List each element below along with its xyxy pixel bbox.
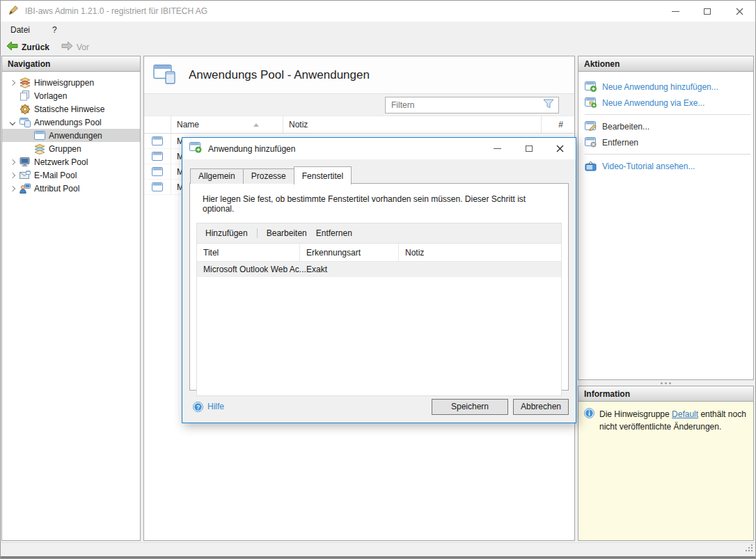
tab-fenstertitel[interactable]: Fenstertitel	[294, 166, 352, 184]
dialog-tabs: Allgemein Prozesse Fenstertitel	[182, 166, 576, 184]
nav-item-anwendungen[interactable]: Anwendungen	[2, 129, 140, 142]
tab-page-fenstertitel: Hier legen Sie fest, ob bestimmte Fenste…	[189, 183, 569, 391]
content-header: Anwendungs Pool - Anwendungen	[144, 56, 574, 93]
tab-allgemein[interactable]: Allgemein	[190, 168, 244, 184]
action-video-tutorial[interactable]: Video-Tutorial ansehen...	[578, 158, 753, 174]
titlebar: IBI-aws Admin 1.21.0 - registriert für I…	[1, 1, 755, 22]
nav-item-vorlagen[interactable]: Vorlagen	[2, 89, 140, 102]
listview-empty-area	[197, 277, 561, 395]
dialog-minimize-button[interactable]	[482, 138, 513, 159]
help-link[interactable]: ? Hilfe	[193, 402, 224, 412]
filter-input[interactable]	[391, 100, 543, 110]
window-titles-listview: Hinzufügen Bearbeiten Entfernen Titel Er…	[196, 223, 562, 396]
documents-icon	[19, 90, 31, 101]
expander[interactable]	[6, 187, 19, 191]
forward-button[interactable]: Vor	[77, 42, 89, 52]
maximize-icon	[704, 8, 711, 15]
expander[interactable]	[6, 173, 19, 178]
chevron-right-icon	[10, 185, 15, 191]
new-application-exe-icon	[585, 97, 597, 108]
information-body: Die Hinweisgruppe Default enthält noch n…	[578, 402, 753, 540]
sort-ascending-icon	[253, 123, 259, 127]
status-bar	[1, 542, 755, 556]
window-icon	[33, 131, 45, 140]
add-title-button[interactable]: Hinzufügen	[205, 228, 248, 238]
column-erkennungsart[interactable]: Erkennungsart	[300, 244, 399, 261]
action-new-application[interactable]: Neue Anwendung hinzufügen...	[578, 79, 753, 95]
close-button[interactable]	[723, 1, 755, 22]
resize-grip-icon[interactable]	[745, 544, 753, 554]
save-button[interactable]: Speichern	[432, 399, 508, 415]
dialog-description: Hier legen Sie fest, ob bestimmte Fenste…	[203, 194, 556, 214]
windows-stack-icon	[19, 118, 31, 127]
filter-funnel-icon[interactable]	[543, 99, 554, 111]
dialog-titlebar: Anwendung hinzufügen	[182, 138, 576, 159]
action-edit[interactable]: Bearbeiten...	[578, 118, 753, 134]
action-remove[interactable]: Entfernen	[578, 134, 753, 150]
edit-title-button[interactable]: Bearbeiten	[267, 228, 307, 238]
information-text: Die Hinweisgruppe Default enthält noch n…	[599, 408, 748, 433]
maximize-icon	[526, 145, 533, 152]
minimize-icon	[672, 11, 679, 12]
expander[interactable]	[6, 160, 19, 164]
column-count[interactable]: #	[542, 116, 574, 133]
actions-separator	[585, 154, 750, 155]
expander[interactable]	[6, 81, 19, 85]
menu-help[interactable]: ?	[52, 25, 57, 35]
page-windows-icon	[153, 63, 178, 87]
dialog-close-button[interactable]	[544, 138, 576, 159]
nav-item-anwendungs-pool[interactable]: Anwendungs Pool	[2, 116, 140, 129]
menu-datei[interactable]: Datei	[10, 25, 30, 35]
window-icon	[152, 167, 163, 176]
back-arrow-icon	[6, 41, 18, 53]
page-title: Anwendungs Pool - Anwendungen	[189, 68, 370, 82]
chevron-right-icon	[10, 172, 15, 178]
remove-title-button[interactable]: Entfernen	[316, 228, 352, 238]
column-notiz[interactable]: Notiz	[283, 116, 542, 133]
new-application-icon	[585, 81, 597, 92]
nav-item-email-pool[interactable]: E-Mail Pool	[2, 168, 140, 182]
actions-panel-header: Aktionen	[578, 56, 753, 72]
close-icon	[556, 145, 564, 152]
maximize-button[interactable]	[691, 1, 723, 22]
info-icon	[584, 408, 594, 420]
group-layers-icon	[33, 143, 45, 155]
chevron-right-icon	[10, 79, 15, 85]
cancel-button[interactable]: Abbrechen	[513, 399, 569, 415]
window-controls	[659, 1, 755, 22]
tab-prozesse[interactable]: Prozesse	[243, 168, 294, 184]
panel-splitter[interactable]	[578, 380, 754, 386]
column-notiz[interactable]: Notiz	[399, 244, 561, 261]
nav-item-attribut-pool[interactable]: Attribut Pool	[2, 182, 140, 195]
app-icon	[8, 5, 19, 18]
title-row[interactable]: Microsoft Outlook Web Ac... Exakt	[197, 262, 561, 277]
menubar: Datei ?	[1, 22, 755, 38]
right-column: Aktionen Neue Anwendung hinzufügen... Ne…	[578, 56, 754, 541]
nav-item-gruppen[interactable]: Gruppen	[2, 142, 140, 155]
titles-table-header: Titel Erkennungsart Notiz	[197, 244, 561, 262]
minimize-icon	[494, 148, 501, 149]
navigation-panel: Navigation Hinweisgruppen Vorlagen	[1, 56, 141, 541]
expander[interactable]	[6, 120, 19, 125]
dialog-title: Anwendung hinzufügen	[208, 144, 482, 154]
nav-item-hinweisgruppen[interactable]: Hinweisgruppen	[2, 76, 140, 89]
column-icon[interactable]	[144, 116, 171, 133]
navigation-panel-header: Navigation	[2, 56, 140, 72]
default-group-link[interactable]: Default	[672, 409, 698, 419]
column-titel[interactable]: Titel	[197, 244, 300, 261]
dialog-maximize-button[interactable]	[513, 138, 544, 159]
nav-item-statische-hinweise[interactable]: Statische Hinweise	[2, 102, 140, 116]
chevron-right-icon	[10, 159, 15, 164]
network-monitor-icon	[19, 157, 31, 167]
video-tutorial-icon	[585, 161, 597, 171]
nav-item-netzwerk-pool[interactable]: Netzwerk Pool	[2, 155, 140, 168]
add-application-dialog: Anwendung hinzufügen Allgemein Prozesse …	[182, 137, 576, 423]
column-name[interactable]: Name	[171, 116, 283, 133]
toolbar-separator	[257, 228, 258, 238]
close-icon	[736, 8, 743, 15]
minimize-button[interactable]	[659, 1, 691, 22]
action-new-application-via-exe[interactable]: Neue Anwendung via Exe...	[578, 95, 753, 111]
back-button[interactable]: Zurück	[22, 42, 49, 52]
information-panel-header: Information	[578, 386, 753, 402]
information-panel: Information Die Hinweisgruppe Default en…	[578, 386, 754, 541]
